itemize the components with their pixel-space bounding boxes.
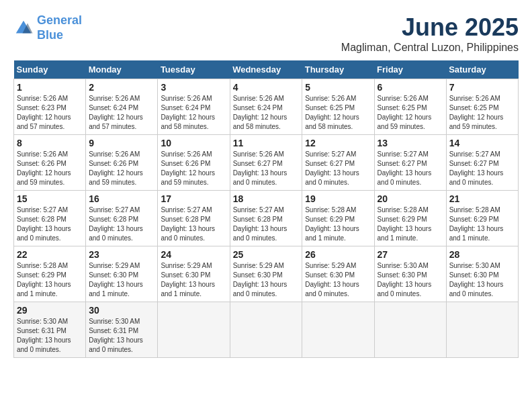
day-number: 28 [449, 249, 515, 260]
day-number: 20 [378, 193, 443, 204]
location-subtitle: Magliman, Central Luzon, Philippines [341, 42, 519, 54]
calendar-week-row: 29Sunrise: 5:30 AM Sunset: 6:31 PM Dayli… [14, 302, 519, 358]
column-header-saturday: Saturday [446, 60, 518, 79]
calendar-cell: 1Sunrise: 5:26 AM Sunset: 6:23 PM Daylig… [14, 79, 86, 135]
day-info: Sunrise: 5:27 AM Sunset: 6:27 PM Dayligh… [378, 150, 443, 187]
calendar-cell: 24Sunrise: 5:29 AM Sunset: 6:30 PM Dayli… [158, 246, 230, 302]
day-number: 22 [17, 249, 83, 260]
day-info: Sunrise: 5:26 AM Sunset: 6:26 PM Dayligh… [17, 150, 83, 187]
calendar-cell: 17Sunrise: 5:27 AM Sunset: 6:28 PM Dayli… [158, 191, 230, 246]
day-info: Sunrise: 5:26 AM Sunset: 6:23 PM Dayligh… [17, 94, 83, 132]
calendar-cell: 21Sunrise: 5:28 AM Sunset: 6:29 PM Dayli… [446, 191, 518, 246]
day-number: 29 [17, 305, 83, 316]
day-info: Sunrise: 5:26 AM Sunset: 6:26 PM Dayligh… [161, 150, 226, 187]
day-number: 11 [233, 138, 300, 148]
day-info: Sunrise: 5:26 AM Sunset: 6:25 PM Dayligh… [378, 94, 443, 132]
page-header: General Blue June 2025 Magliman, Central… [13, 13, 519, 54]
calendar-cell [302, 302, 374, 358]
calendar-cell: 29Sunrise: 5:30 AM Sunset: 6:31 PM Dayli… [14, 302, 86, 358]
calendar-cell: 18Sunrise: 5:27 AM Sunset: 6:28 PM Dayli… [230, 191, 302, 246]
day-number: 12 [305, 138, 371, 148]
day-info: Sunrise: 5:26 AM Sunset: 6:24 PM Dayligh… [161, 94, 226, 132]
calendar-cell: 14Sunrise: 5:27 AM Sunset: 6:27 PM Dayli… [446, 135, 518, 191]
calendar-cell: 28Sunrise: 5:30 AM Sunset: 6:30 PM Dayli… [446, 246, 518, 302]
day-info: Sunrise: 5:26 AM Sunset: 6:25 PM Dayligh… [305, 94, 371, 132]
calendar-cell: 9Sunrise: 5:26 AM Sunset: 6:26 PM Daylig… [86, 135, 158, 191]
day-info: Sunrise: 5:27 AM Sunset: 6:28 PM Dayligh… [89, 205, 154, 243]
calendar-cell: 20Sunrise: 5:28 AM Sunset: 6:29 PM Dayli… [374, 191, 446, 246]
day-info: Sunrise: 5:27 AM Sunset: 6:28 PM Dayligh… [233, 205, 300, 243]
day-info: Sunrise: 5:29 AM Sunset: 6:30 PM Dayligh… [233, 261, 300, 299]
day-number: 10 [161, 138, 226, 148]
day-number: 16 [89, 193, 154, 204]
calendar-cell: 15Sunrise: 5:27 AM Sunset: 6:28 PM Dayli… [14, 191, 86, 246]
column-header-wednesday: Wednesday [230, 60, 302, 79]
day-info: Sunrise: 5:30 AM Sunset: 6:30 PM Dayligh… [449, 261, 515, 299]
day-number: 4 [233, 82, 300, 93]
day-number: 3 [161, 82, 226, 93]
calendar-cell: 6Sunrise: 5:26 AM Sunset: 6:25 PM Daylig… [374, 79, 446, 135]
calendar-cell: 4Sunrise: 5:26 AM Sunset: 6:24 PM Daylig… [230, 79, 302, 135]
day-number: 19 [305, 193, 371, 204]
day-info: Sunrise: 5:30 AM Sunset: 6:31 PM Dayligh… [89, 317, 154, 355]
calendar-cell [446, 302, 518, 358]
day-info: Sunrise: 5:30 AM Sunset: 6:31 PM Dayligh… [17, 317, 83, 355]
day-info: Sunrise: 5:27 AM Sunset: 6:27 PM Dayligh… [305, 150, 371, 187]
calendar-cell: 23Sunrise: 5:29 AM Sunset: 6:30 PM Dayli… [86, 246, 158, 302]
calendar-cell: 30Sunrise: 5:30 AM Sunset: 6:31 PM Dayli… [86, 302, 158, 358]
day-info: Sunrise: 5:26 AM Sunset: 6:24 PM Dayligh… [89, 94, 154, 132]
column-header-friday: Friday [374, 60, 446, 79]
column-header-tuesday: Tuesday [158, 60, 230, 79]
day-number: 9 [89, 138, 154, 148]
calendar-header-row: SundayMondayTuesdayWednesdayThursdayFrid… [14, 60, 519, 79]
day-number: 21 [449, 193, 515, 204]
calendar-cell [230, 302, 302, 358]
logo: General Blue [13, 13, 82, 42]
calendar-cell: 5Sunrise: 5:26 AM Sunset: 6:25 PM Daylig… [302, 79, 374, 135]
month-year-title: June 2025 [341, 13, 519, 42]
calendar-cell [374, 302, 446, 358]
calendar-week-row: 8Sunrise: 5:26 AM Sunset: 6:26 PM Daylig… [14, 135, 519, 191]
logo-icon [13, 18, 34, 38]
calendar-cell: 16Sunrise: 5:27 AM Sunset: 6:28 PM Dayli… [86, 191, 158, 246]
calendar-cell: 13Sunrise: 5:27 AM Sunset: 6:27 PM Dayli… [374, 135, 446, 191]
day-info: Sunrise: 5:30 AM Sunset: 6:30 PM Dayligh… [378, 261, 443, 299]
day-number: 25 [233, 249, 300, 260]
day-info: Sunrise: 5:26 AM Sunset: 6:25 PM Dayligh… [449, 94, 515, 132]
calendar-cell: 2Sunrise: 5:26 AM Sunset: 6:24 PM Daylig… [86, 79, 158, 135]
calendar-cell: 25Sunrise: 5:29 AM Sunset: 6:30 PM Dayli… [230, 246, 302, 302]
day-number: 24 [161, 249, 226, 260]
calendar-cell: 11Sunrise: 5:26 AM Sunset: 6:27 PM Dayli… [230, 135, 302, 191]
day-info: Sunrise: 5:28 AM Sunset: 6:29 PM Dayligh… [378, 205, 443, 243]
calendar-week-row: 1Sunrise: 5:26 AM Sunset: 6:23 PM Daylig… [14, 79, 519, 135]
column-header-monday: Monday [86, 60, 158, 79]
day-number: 18 [233, 193, 300, 204]
calendar-cell: 22Sunrise: 5:28 AM Sunset: 6:29 PM Dayli… [14, 246, 86, 302]
calendar-cell: 10Sunrise: 5:26 AM Sunset: 6:26 PM Dayli… [158, 135, 230, 191]
calendar-cell: 27Sunrise: 5:30 AM Sunset: 6:30 PM Dayli… [374, 246, 446, 302]
day-number: 6 [378, 82, 443, 93]
calendar-cell [158, 302, 230, 358]
day-info: Sunrise: 5:28 AM Sunset: 6:29 PM Dayligh… [449, 205, 515, 243]
calendar-cell: 26Sunrise: 5:29 AM Sunset: 6:30 PM Dayli… [302, 246, 374, 302]
calendar-cell: 19Sunrise: 5:28 AM Sunset: 6:29 PM Dayli… [302, 191, 374, 246]
day-number: 1 [17, 82, 83, 93]
day-number: 17 [161, 193, 226, 204]
day-info: Sunrise: 5:29 AM Sunset: 6:30 PM Dayligh… [89, 261, 154, 299]
day-number: 15 [17, 193, 83, 204]
day-number: 13 [378, 138, 443, 148]
day-info: Sunrise: 5:27 AM Sunset: 6:28 PM Dayligh… [17, 205, 83, 243]
day-number: 2 [89, 82, 154, 93]
day-info: Sunrise: 5:28 AM Sunset: 6:29 PM Dayligh… [17, 261, 83, 299]
day-number: 8 [17, 138, 83, 148]
calendar-table: SundayMondayTuesdayWednesdayThursdayFrid… [13, 60, 519, 358]
calendar-week-row: 15Sunrise: 5:27 AM Sunset: 6:28 PM Dayli… [14, 191, 519, 246]
day-number: 14 [449, 138, 515, 148]
day-info: Sunrise: 5:27 AM Sunset: 6:28 PM Dayligh… [161, 205, 226, 243]
column-header-thursday: Thursday [302, 60, 374, 79]
calendar-week-row: 22Sunrise: 5:28 AM Sunset: 6:29 PM Dayli… [14, 246, 519, 302]
day-info: Sunrise: 5:29 AM Sunset: 6:30 PM Dayligh… [305, 261, 371, 299]
day-number: 23 [89, 249, 154, 260]
day-number: 5 [305, 82, 371, 93]
day-info: Sunrise: 5:26 AM Sunset: 6:27 PM Dayligh… [233, 150, 300, 187]
